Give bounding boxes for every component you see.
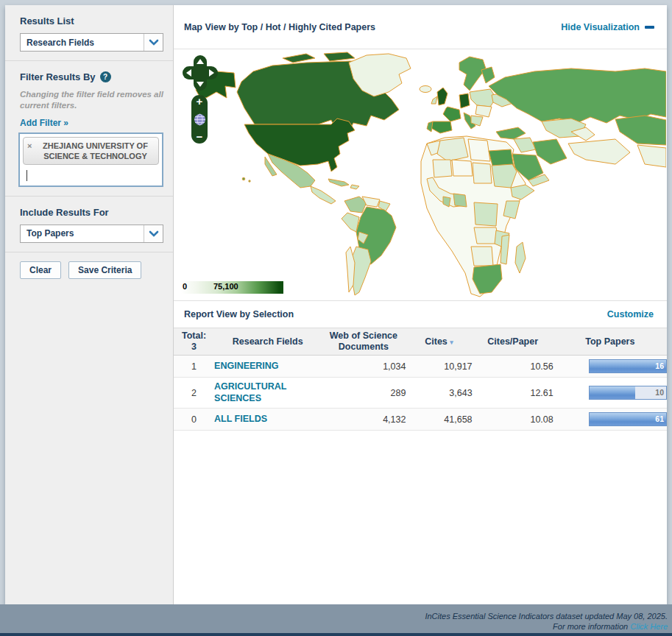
hide-visualization-label: Hide Visualization xyxy=(561,22,640,32)
cites-per-paper-value: 10.08 xyxy=(473,409,553,431)
help-icon[interactable]: ? xyxy=(100,71,111,82)
dataset-updated-text: InCites Essential Science Indicators dat… xyxy=(425,611,668,621)
save-criteria-button[interactable]: Save Criteria xyxy=(68,261,141,279)
column-cites-sorted[interactable]: Cites ▾ xyxy=(406,328,472,356)
table-header-row: Total: 3 Research Fields Web of Science … xyxy=(174,328,667,356)
cites-value: 41,658 xyxy=(406,409,472,431)
filter-results-heading: Filter Results By ? xyxy=(20,71,163,82)
text-cursor xyxy=(26,170,27,181)
click-here-link[interactable]: Click Here xyxy=(630,622,668,631)
cites-label: Cites xyxy=(425,336,448,347)
documents-value: 1,034 xyxy=(321,356,406,378)
include-results-dropdown[interactable]: Top Papers xyxy=(20,225,163,243)
legend-max-label: 75,100 xyxy=(213,282,238,291)
top-papers-value: 10 xyxy=(655,388,664,397)
column-top-papers[interactable]: Top Papers xyxy=(553,328,667,356)
map-section-header: Map View by Top / Hot / Highly Cited Pap… xyxy=(174,5,667,49)
field-link[interactable]: AGRICULTURAL SCIENCES xyxy=(214,381,321,404)
legend-min-label: 0 xyxy=(183,282,187,291)
sort-descending-icon: ▾ xyxy=(450,339,453,346)
field-link[interactable]: ENGINEERING xyxy=(214,361,279,372)
remove-filter-icon[interactable]: × xyxy=(27,141,32,151)
top-papers-value: 16 xyxy=(655,361,664,370)
choropleth-map[interactable] xyxy=(174,49,666,300)
top-papers-bar: 16 xyxy=(589,359,667,373)
row-rank: 1 xyxy=(174,356,214,378)
column-cites-per-paper[interactable]: Cites/Paper xyxy=(473,328,553,356)
report-view-title: Report View by Selection xyxy=(184,309,294,319)
results-list-dropdown[interactable]: Research Fields xyxy=(20,33,163,52)
total-value: 3 xyxy=(174,342,214,353)
chevron-down-icon[interactable] xyxy=(144,34,163,51)
collapse-icon xyxy=(645,26,654,29)
table-row: 0 ALL FIELDS 4,132 41,658 10.08 61 xyxy=(174,409,667,431)
table-row: 2 AGRICULTURAL SCIENCES 289 3,643 12.61 … xyxy=(174,378,667,409)
customize-link[interactable]: Customize xyxy=(607,309,654,319)
field-link[interactable]: ALL FIELDS xyxy=(214,414,267,425)
include-results-heading: Include Results For xyxy=(20,207,163,218)
sidebar-actions: Clear Save Criteria xyxy=(5,252,173,279)
results-list-selected-value: Research Fields xyxy=(26,38,94,48)
filter-section: Filter Results By ? Changing the filter … xyxy=(5,61,173,197)
main-panel: Map View by Top / Hot / Highly Cited Pap… xyxy=(174,5,667,604)
map-pan-control[interactable] xyxy=(183,55,218,91)
world-map[interactable]: + − 0 75,100 xyxy=(174,49,667,300)
sidebar: Results List Research Fields Filter Resu… xyxy=(5,5,174,604)
cites-value: 10,917 xyxy=(406,356,472,378)
row-rank: 0 xyxy=(174,409,214,431)
more-info-text: For more information xyxy=(553,622,628,631)
add-filter-link[interactable]: Add Filter » xyxy=(20,118,68,128)
table-row: 1 ENGINEERING 1,034 10,917 10.56 16 xyxy=(174,356,667,378)
cites-value: 3,643 xyxy=(406,378,472,409)
filter-tag-label: ZHEJIANG UNIVERSITY OF SCIENCE & TECHNOL… xyxy=(43,141,148,160)
map-zoom-control[interactable]: + − xyxy=(191,95,208,144)
results-list-heading: Results List xyxy=(20,15,163,26)
top-papers-value: 61 xyxy=(655,414,664,423)
documents-value: 4,132 xyxy=(321,409,406,431)
bottom-bar xyxy=(0,633,672,636)
top-papers-bar: 61 xyxy=(589,412,667,426)
column-research-fields[interactable]: Research Fields xyxy=(214,328,321,356)
include-results-section: Include Results For Top Papers xyxy=(5,197,173,252)
filter-input-box[interactable]: × ZHEJIANG UNIVERSITY OF SCIENCE & TECHN… xyxy=(18,132,163,187)
column-documents[interactable]: Web of Science Documents xyxy=(321,328,406,356)
hide-visualization-link[interactable]: Hide Visualization xyxy=(561,22,654,32)
cites-per-paper-value: 10.56 xyxy=(473,356,553,378)
footer: InCites Essential Science Indicators dat… xyxy=(0,604,672,636)
include-results-selected-value: Top Papers xyxy=(26,228,74,239)
globe-icon[interactable] xyxy=(194,113,206,126)
total-label: Total: xyxy=(174,331,214,342)
bar-fill xyxy=(590,386,635,399)
zoom-out-button[interactable]: − xyxy=(197,132,203,142)
report-section-header: Report View by Selection Customize xyxy=(174,300,667,328)
report-table: Total: 3 Research Fields Web of Science … xyxy=(174,328,667,431)
chevron-down-icon[interactable] xyxy=(144,225,163,242)
documents-value: 289 xyxy=(321,378,406,409)
results-list-section: Results List Research Fields xyxy=(5,5,173,61)
filter-results-label: Filter Results By xyxy=(20,71,96,82)
row-rank: 2 xyxy=(174,378,214,409)
map-legend: 0 75,100 xyxy=(181,281,283,294)
column-total: Total: 3 xyxy=(174,328,214,356)
top-papers-bar: 10 xyxy=(589,386,667,400)
cites-per-paper-value: 12.61 xyxy=(473,378,553,409)
zoom-in-button[interactable]: + xyxy=(197,96,203,107)
app-window: Results List Research Fields Filter Resu… xyxy=(5,5,667,604)
filter-tag[interactable]: × ZHEJIANG UNIVERSITY OF SCIENCE & TECHN… xyxy=(23,137,159,166)
map-view-title: Map View by Top / Hot / Highly Cited Pap… xyxy=(184,22,375,32)
clear-button[interactable]: Clear xyxy=(20,261,61,279)
filter-hint-text: Changing the filter field removes all cu… xyxy=(20,89,163,111)
